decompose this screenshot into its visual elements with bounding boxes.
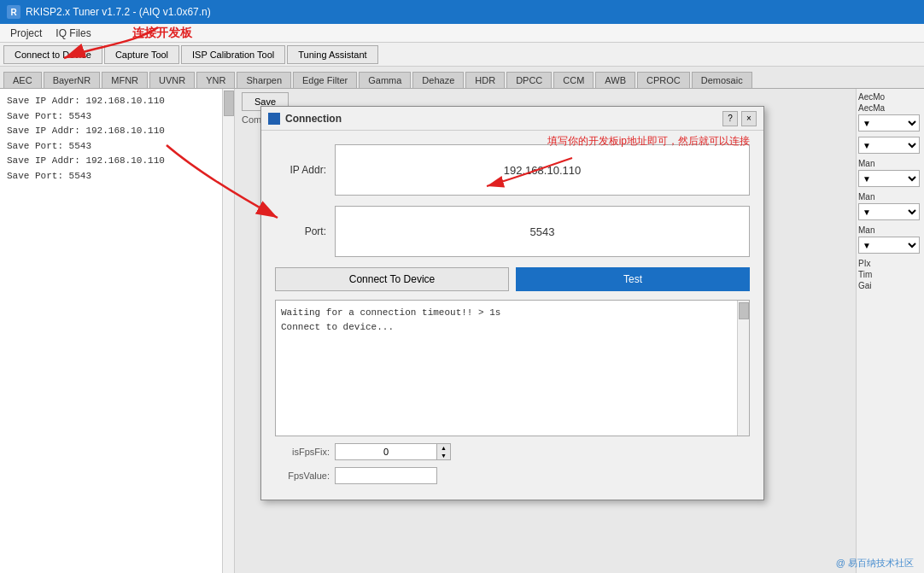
menu-bar: Project IQ Files 连接开发板	[0, 24, 924, 43]
sidebar-select-2[interactable]: ▼	[858, 137, 920, 154]
log-line-0: Save IP Addr: 192.168.10.110	[7, 94, 227, 109]
port-label: Port:	[275, 225, 335, 237]
dialog-btn-row: Connect To Device Test	[275, 267, 750, 291]
main-annotation: 连接开发板	[132, 26, 192, 41]
fps-value-row: FpsValue:	[275, 467, 750, 484]
tab-bayernr[interactable]: BayerNR	[44, 72, 101, 88]
fps-fix-spinner[interactable]: ▲ ▼	[437, 443, 451, 460]
tab-dpcc[interactable]: DPCC	[506, 72, 552, 88]
port-row: Port: 5543	[275, 206, 750, 257]
dialog-close-btn[interactable]: ×	[741, 111, 757, 126]
tab-cproc[interactable]: CPROC	[637, 72, 690, 88]
tab-aec[interactable]: AEC	[3, 72, 42, 88]
tab-hdr[interactable]: HDR	[465, 72, 505, 88]
tab-ccm[interactable]: CCM	[553, 72, 594, 88]
sidebar-label-aecma: AecMa	[858, 103, 922, 113]
ip-value: 192.168.10.110	[504, 164, 581, 177]
port-value: 5543	[530, 225, 555, 238]
dialog-annotation: 填写你的开发板ip地址即可，然后就可以连接	[547, 134, 750, 149]
tab-demosaic[interactable]: Demosaic	[692, 72, 752, 88]
log-line-1: Save Port: 5543	[7, 109, 227, 125]
fps-fix-row: isFpsFix: 0 ▲ ▼	[275, 443, 750, 460]
log-line-4: Save IP Addr: 192.168.10.110	[7, 154, 227, 169]
ip-label: IP Addr:	[275, 164, 335, 176]
main-layout: Save IP Addr: 192.168.10.110 Save Port: …	[0, 89, 924, 573]
fps-fix-input[interactable]: 0	[335, 443, 437, 460]
sidebar-label-man1: Man	[858, 159, 922, 168]
port-input[interactable]: 5543	[335, 206, 750, 257]
ip-addr-row: IP Addr: 192.168.10.110	[275, 144, 750, 196]
fps-fix-label: isFpsFix:	[275, 447, 335, 457]
sidebar-select-5[interactable]: ▼	[858, 237, 920, 254]
dialog-controls: ? ×	[722, 111, 757, 126]
left-panel-log: Save IP Addr: 192.168.10.110 Save Port: …	[0, 89, 234, 190]
log-line-5: Save Port: 5543	[7, 169, 227, 184]
watermark: @ 易百纳技术社区	[836, 557, 914, 570]
sidebar-select-4[interactable]: ▼	[858, 203, 920, 220]
left-panel-scrollbar[interactable]	[222, 89, 234, 573]
log-line-2: Save IP Addr: 192.168.10.110	[7, 124, 227, 139]
scrollbar-thumb[interactable]	[224, 91, 234, 116]
sidebar-label-pix: PIx	[858, 259, 922, 268]
dialog-title: Connection	[285, 113, 342, 125]
sidebar-select-1[interactable]: ▼	[858, 114, 920, 132]
menu-iq-files[interactable]: IQ Files	[49, 26, 97, 41]
right-area: Save Commo Connection ? × 填写你的开发板ip地址即可，…	[235, 89, 924, 573]
spinner-up-icon[interactable]: ▲	[437, 444, 450, 452]
sidebar-label-gai: Gai	[858, 281, 922, 290]
left-panel: Save IP Addr: 192.168.10.110 Save Port: …	[0, 89, 235, 573]
app-icon: R	[7, 5, 20, 19]
tab-uvnr[interactable]: UVNR	[149, 72, 195, 88]
tab-ynr[interactable]: YNR	[196, 72, 235, 88]
tab-edge-filter[interactable]: Edge Filter	[293, 72, 357, 88]
dialog-help-btn[interactable]: ?	[722, 111, 738, 126]
log-scrollbar[interactable]	[737, 301, 749, 436]
sidebar-select-3[interactable]: ▼	[858, 170, 920, 187]
log-scrollbar-thumb[interactable]	[739, 302, 749, 319]
right-sidebar: AecMo AecMa ▼ ▼ Man ▼ Man ▼ Man ▼ PIx Ti…	[856, 89, 924, 573]
tab-gamma[interactable]: Gamma	[359, 72, 411, 88]
capture-tool-btn[interactable]: Capture Tool	[104, 45, 179, 64]
connect-to-device-btn[interactable]: Connect to Device	[3, 45, 102, 64]
tuning-assistant-btn[interactable]: Tuning Assistant	[287, 45, 377, 64]
spinner-down-icon[interactable]: ▼	[437, 452, 450, 459]
log-line-3: Save Port: 5543	[7, 139, 227, 155]
dialog-content: 填写你的开发板ip地址即可，然后就可以连接 IP Addr: 192.168.1…	[261, 131, 763, 500]
fps-value-input[interactable]	[335, 467, 437, 484]
tabs-row: AEC BayerNR MFNR UVNR YNR Sharpen Edge F…	[0, 67, 924, 89]
log-msg-1: Connect to device...	[281, 320, 744, 335]
tab-awb[interactable]: AWB	[595, 72, 635, 88]
fps-value-label: FpsValue:	[275, 471, 335, 481]
sidebar-label-man2: Man	[858, 192, 922, 202]
tab-mfnr[interactable]: MFNR	[102, 72, 148, 88]
connect-device-btn[interactable]: Connect To Device	[275, 267, 509, 291]
menu-project[interactable]: Project	[3, 26, 49, 41]
app-title: RKISP2.x Tuner v1.7.2 - (AIQ v1.0x67.n)	[26, 6, 211, 18]
dialog-icon	[268, 113, 280, 125]
connection-dialog: Connection ? × 填写你的开发板ip地址即可，然后就可以连接 IP …	[260, 106, 764, 500]
toolbar: Connect to Device Capture Tool ISP Calib…	[0, 43, 924, 67]
sidebar-label-aecmo: AecMo	[858, 92, 922, 102]
log-msg-0: Waiting for a connection timeout!! > 1s	[281, 306, 744, 320]
sidebar-label-tim: Tim	[858, 270, 922, 279]
tab-sharpen[interactable]: Sharpen	[237, 72, 291, 88]
dialog-title-bar: Connection ? ×	[261, 107, 763, 131]
test-btn[interactable]: Test	[516, 267, 750, 291]
title-bar: R RKISP2.x Tuner v1.7.2 - (AIQ v1.0x67.n…	[0, 0, 924, 24]
isp-calibration-btn[interactable]: ISP Calibration Tool	[181, 45, 285, 64]
tab-dehaze[interactable]: Dehaze	[412, 72, 464, 88]
ip-input[interactable]: 192.168.10.110	[335, 144, 750, 196]
connection-log: Waiting for a connection timeout!! > 1s …	[275, 300, 750, 436]
sidebar-label-man3: Man	[858, 225, 922, 235]
